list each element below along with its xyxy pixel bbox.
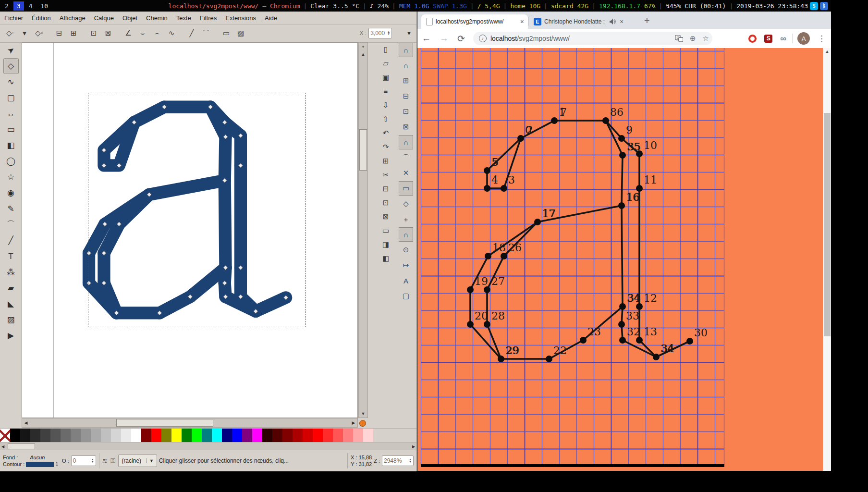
audio-speaker-icon[interactable] [610,19,616,25]
star-tool[interactable]: ☆ [3,169,19,185]
workspace-3[interactable]: 3 [13,1,24,11]
stroke-to-path-icon[interactable]: ▨ [234,27,247,39]
snap-bbox-centers-toggle[interactable]: ⊠ [399,120,413,134]
spinner-arrows-icon[interactable]: ▲▼ [387,31,390,36]
palette-scroll-left-icon[interactable]: ◀ [0,443,6,450]
layer-opacity-icon[interactable]: ≋ [102,457,108,465]
node-symmetric-icon[interactable]: ⌢ [151,27,163,39]
toolbox-more[interactable]: ▶ [3,328,19,344]
web-page-content[interactable]: 0217869353510554311161617171826192720282… [417,48,831,471]
palette-swatch-23[interactable] [242,429,252,443]
inkscape-canvas[interactable] [22,42,358,418]
scroll-down-icon[interactable]: ▼ [359,410,367,418]
toolbar-overflow-icon[interactable]: ▼ [406,30,412,36]
text-tool[interactable]: T [3,248,19,264]
print-document-button[interactable]: ≡ [379,84,392,98]
zoom-page-button[interactable]: ▭ [379,223,392,237]
palette-swatch-33[interactable] [343,429,353,443]
canvas-horizontal-scrollbar[interactable]: ◀ ▶ [22,418,358,428]
palette-swatch-17[interactable] [182,429,192,443]
open-document-button[interactable]: ▱ [379,56,392,70]
palette-swatch-13[interactable] [141,429,151,443]
snap-bbox-corners-toggle[interactable]: ⊟ [399,89,413,103]
skype-tray-icon[interactable]: S [810,2,818,10]
fill-stroke-indicator[interactable]: Fond : Aucun Contour : 1 [3,454,58,468]
close-icon[interactable]: × [516,18,528,25]
bluetooth-tray-icon[interactable]: ᛒ [820,2,828,10]
palette-swatch-32[interactable] [333,429,343,443]
bezier-tool[interactable]: ⌒ [3,217,19,233]
redo-button[interactable]: ↷ [379,140,392,154]
tab-video[interactable]: E Christophe Hondelatte : L'affai × [529,14,637,29]
back-button[interactable]: ← [422,33,431,44]
undo-button[interactable]: ↶ [379,126,392,140]
tab-localhost[interactable]: localhost/svg2mpost/www/ × [421,14,528,29]
x-coordinate-input[interactable]: 3,000 ▲▼ [368,28,392,38]
palette-swatch-34[interactable] [353,429,363,443]
palette-swatch-26[interactable] [272,429,282,443]
menu-texte[interactable]: Texte [172,12,196,24]
menu-affichage[interactable]: Affichage [55,12,90,24]
translate-icon[interactable]: G [675,35,683,42]
join-with-segment-icon[interactable]: ⊡ [87,27,100,39]
palette-swatch-20[interactable] [212,429,222,443]
adblock-extension-icon[interactable] [748,35,757,43]
palette-swatch-9[interactable] [101,429,111,443]
gradient-tool[interactable]: ▨ [3,312,19,328]
scroll-left-icon[interactable]: ◀ [22,419,30,427]
palette-scrollbar[interactable]: ◀ ▶ [0,442,416,450]
palette-swatch-10[interactable] [111,429,121,443]
paste-button[interactable]: ⊟ [379,182,392,196]
box-3d-tool[interactable]: ◧ [3,137,19,153]
paint-bucket-tool[interactable]: ◣ [3,296,19,312]
palette-swatch-15[interactable] [161,429,171,443]
pencil-tool[interactable]: ✎ [3,201,19,217]
menu-objet[interactable]: Objet [118,12,142,24]
break-path-at-node-icon[interactable]: ⊟ [53,27,65,39]
join-selected-nodes-icon[interactable]: ⊞ [67,27,80,39]
duplicate-button[interactable]: ◨ [379,237,392,251]
tweak-tool[interactable]: ∿ [3,74,19,90]
palette-swatch-7[interactable] [81,429,91,443]
menu-fichier[interactable]: Fichier [0,12,27,24]
cut-button[interactable]: ✂ [379,168,392,182]
snap-page-border-toggle[interactable]: ▢ [399,289,413,303]
page-scroll-thumb[interactable] [824,113,831,336]
palette-swatch-28[interactable] [293,429,303,443]
snap-enable-toggle[interactable]: ∩ [399,43,413,57]
ellipse-tool[interactable]: ◯ [3,153,19,169]
stroke-color-swatch[interactable] [26,462,54,467]
profile-avatar[interactable]: A [797,32,810,45]
palette-swatch-24[interactable] [252,429,262,443]
zoom-tool[interactable]: ▢ [3,90,19,106]
palette-swatch-8[interactable] [91,429,101,443]
bookmark-star-icon[interactable]: ☆ [702,34,709,43]
snap-path-intersections-toggle[interactable]: ✕ [399,166,413,180]
snap-bbox-edge-midpoints-toggle[interactable]: ⊡ [399,104,413,119]
palette-swatch-0[interactable] [10,429,20,443]
palette-swatch-11[interactable] [121,429,131,443]
rectangle-tool[interactable]: ▭ [3,122,19,137]
palette-swatch-4[interactable] [50,429,61,443]
palette-swatch-14[interactable] [151,429,161,443]
palette-swatch-3[interactable] [40,429,50,443]
object-to-path-icon[interactable]: ▭ [220,27,232,39]
layer-selector[interactable]: (racine) ▼ [118,455,157,467]
palette-swatch-35[interactable] [363,429,373,443]
copy-button[interactable]: ⊞ [379,154,392,168]
opacity-input[interactable]: 0 ▲▼ [71,455,96,466]
eraser-tool[interactable]: ▰ [3,280,19,296]
palette-swatch-25[interactable] [262,429,272,443]
palette-swatch-31[interactable] [323,429,333,443]
palette-swatch-12[interactable] [131,429,141,443]
reload-button[interactable]: ⟳ [457,33,465,44]
zoom-input[interactable]: 2948% ▲▼ [382,455,414,466]
snap-object-centers-toggle[interactable]: ⊙ [399,243,413,257]
palette-swatch-6[interactable] [71,429,81,443]
layer-lock-icon[interactable]: ⚿ [110,457,115,465]
palette-swatch-18[interactable] [192,429,202,443]
color-managed-display-toggle[interactable] [359,420,366,427]
menu-extensions[interactable]: Extensions [221,12,260,24]
palette-scroll-thumb[interactable] [8,443,35,449]
snap-smooth-nodes-toggle[interactable]: ◇ [399,197,413,211]
